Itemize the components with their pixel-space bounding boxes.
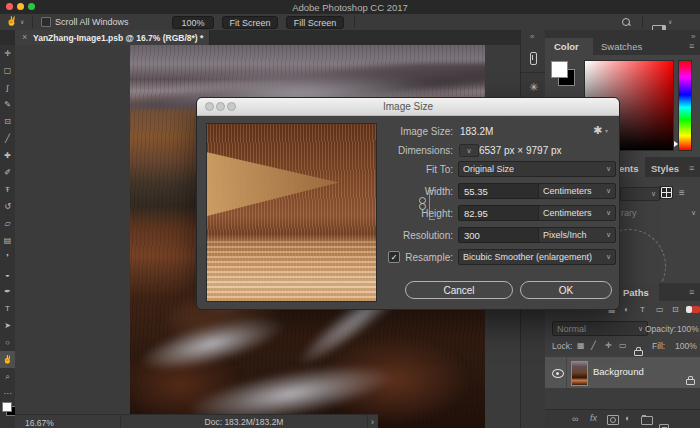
layer-row-background[interactable]: Background xyxy=(545,357,700,388)
tool-lasso[interactable]: ʃ xyxy=(0,79,15,96)
panel-menu-icon[interactable]: ≡ xyxy=(689,163,694,173)
tool-healing-brush[interactable]: ✚ xyxy=(0,147,15,164)
panel-menu-icon[interactable]: ≡ xyxy=(689,41,694,51)
list-view-button[interactable]: ≡ xyxy=(679,187,685,198)
layer-filter-toggle[interactable] xyxy=(691,306,700,313)
status-chevron-icon[interactable]: › xyxy=(371,417,374,427)
fit-to-dropdown[interactable]: Original Size∨ xyxy=(458,161,616,177)
scroll-all-windows-checkbox[interactable] xyxy=(41,17,51,27)
dialog-title: Image Size xyxy=(197,101,619,112)
tool-zoom[interactable]: ⌕ xyxy=(0,368,15,385)
fill-value[interactable]: 100% xyxy=(675,341,697,351)
tool-pen[interactable]: ✒ xyxy=(0,283,15,300)
adjustment-layer-icon[interactable]: ◐ xyxy=(625,413,630,423)
height-input[interactable]: 82.95 xyxy=(458,205,540,221)
library-sort-dropdown[interactable]: ∨ xyxy=(620,187,660,201)
zoom-level[interactable]: 16.67% xyxy=(25,418,54,428)
lock-position-icon[interactable]: ✛ xyxy=(605,341,612,350)
tool-eraser[interactable]: ▱ xyxy=(0,215,15,232)
chevron-down-icon[interactable]: ∨ xyxy=(691,209,696,217)
layer-thumbnail[interactable] xyxy=(571,361,588,386)
tool-marquee[interactable]: ▢ xyxy=(0,62,15,79)
tool-shape[interactable]: ○ xyxy=(0,334,15,351)
tool-dodge[interactable]: ◒ xyxy=(0,266,15,283)
tool-type[interactable]: T xyxy=(0,300,15,317)
gear-caret-icon[interactable]: ▾ xyxy=(605,127,608,134)
opacity-label: Opacity: xyxy=(645,324,676,334)
document-tab[interactable]: × YanZhang-Image1.psb @ 16.7% (RGB/8*) * xyxy=(15,30,210,45)
info-panel-icon[interactable] xyxy=(521,44,546,73)
grid-view-button[interactable] xyxy=(659,186,673,199)
panel-menu-icon[interactable]: ≡ xyxy=(689,287,694,297)
tool-eyedropper[interactable]: ╱ xyxy=(0,130,15,147)
layers-bottom-bar: ∞ fx ◐ xyxy=(545,409,700,428)
link-layers-icon[interactable]: ∞ xyxy=(572,414,578,424)
layer-visibility-eye-icon[interactable] xyxy=(552,369,564,378)
tab-styles[interactable]: Styles xyxy=(651,163,679,174)
add-layer-mask-icon[interactable] xyxy=(607,415,619,425)
layer-style-fx-icon[interactable]: fx xyxy=(590,413,597,423)
resample-method-dropdown[interactable]: Bicubic Smoother (enlargement)∨ xyxy=(458,249,616,265)
layers-panel: ▦ ◐ T ▭ ⊡ Normal∨ Opacity: 100% ∨ Lock: … xyxy=(545,301,700,428)
ok-button[interactable]: OK xyxy=(520,281,612,299)
fill-screen-button[interactable]: Fill Screen xyxy=(286,16,344,29)
tool-brush[interactable]: ✐ xyxy=(0,164,15,181)
image-size-dialog: Image Size Image Size: 183.2M ✱ ▾ Dimens… xyxy=(196,97,620,310)
tab-swatches[interactable]: Swatches xyxy=(601,41,642,52)
foreground-color-swatch[interactable] xyxy=(2,402,12,412)
new-layer-icon[interactable] xyxy=(659,424,669,428)
tool-hand[interactable]: ✌ xyxy=(0,351,15,368)
layer-lock-icon xyxy=(686,379,695,385)
chevron-down-icon[interactable]: ∨ xyxy=(20,18,24,25)
height-unit-dropdown[interactable]: Centimeters∨ xyxy=(538,205,616,221)
blend-mode-dropdown[interactable]: Normal∨ xyxy=(552,321,648,336)
gear-icon[interactable]: ✱ xyxy=(593,124,602,137)
doc-size-indicator[interactable]: Doc: 183.2M/183.2M xyxy=(120,415,368,428)
dimensions-value: 6537 px × 9797 px xyxy=(479,145,562,156)
layer-name[interactable]: Background xyxy=(593,366,644,377)
width-unit-dropdown[interactable]: Centimeters∨ xyxy=(538,183,616,199)
foreground-color-swatch[interactable] xyxy=(551,61,568,78)
tool-blur[interactable]: ❜ xyxy=(0,249,15,266)
chevron-down-icon[interactable]: ∨ xyxy=(668,18,672,25)
lock-pixels-icon[interactable]: ╱ xyxy=(591,341,596,350)
titlebar: Adobe Photoshop CC 2017 xyxy=(0,0,700,15)
photo-texture xyxy=(207,241,376,301)
collapse-dock-icon[interactable]: « xyxy=(530,32,534,41)
fit-screen-button[interactable]: Fit Screen xyxy=(222,16,278,29)
tool-path-selection[interactable]: ➤ xyxy=(0,317,15,334)
cancel-button[interactable]: Cancel xyxy=(405,281,513,299)
resample-checkbox[interactable]: ✓ xyxy=(388,251,400,263)
dimensions-label: Dimensions: xyxy=(347,145,453,156)
tool-crop[interactable]: ⊡ xyxy=(0,113,15,130)
tool-clone-stamp[interactable]: Ŧ xyxy=(0,181,15,198)
tab-color[interactable]: Color xyxy=(545,38,593,55)
tool-edit-toolbar[interactable]: ⋯ xyxy=(0,385,15,402)
filter-shape-icon[interactable]: ▭ xyxy=(656,305,664,314)
library-search-fragment[interactable]: rary xyxy=(621,208,637,218)
lock-all-icon[interactable] xyxy=(634,350,643,356)
close-tab-icon[interactable]: × xyxy=(22,32,27,42)
hand-tool-icon[interactable]: ✌ xyxy=(6,16,17,26)
filter-adjustment-icon[interactable]: ◐ xyxy=(624,305,629,314)
hue-slider[interactable] xyxy=(678,60,692,151)
hue-slider-marker[interactable] xyxy=(674,141,678,147)
lock-transparency-icon[interactable]: ▦ xyxy=(577,341,585,350)
dialog-titlebar[interactable]: Image Size xyxy=(197,98,619,116)
filter-type-icon[interactable]: T xyxy=(640,305,645,314)
resolution-input[interactable]: 300 xyxy=(458,227,540,243)
tab-paths[interactable]: Paths xyxy=(615,283,659,301)
new-group-icon[interactable] xyxy=(641,416,653,425)
lock-artboard-icon[interactable]: ▭ xyxy=(619,341,627,350)
tool-history-brush[interactable]: ↺ xyxy=(0,198,15,215)
resolution-unit-dropdown[interactable]: Pixels/Inch∨ xyxy=(538,227,616,243)
tool-gradient[interactable]: ▤ xyxy=(0,232,15,249)
tool-move[interactable]: ✛ xyxy=(0,45,15,62)
filter-smart-object-icon[interactable]: ⊡ xyxy=(672,305,679,314)
zoom-100-button[interactable]: 100% xyxy=(172,16,214,29)
tool-quick-selection[interactable]: ✎ xyxy=(0,96,15,113)
width-input[interactable]: 55.35 xyxy=(458,183,540,199)
dimensions-unit-chip[interactable]: ∨ xyxy=(459,144,479,157)
search-icon[interactable] xyxy=(622,18,630,26)
opacity-value[interactable]: 100% xyxy=(677,324,699,334)
